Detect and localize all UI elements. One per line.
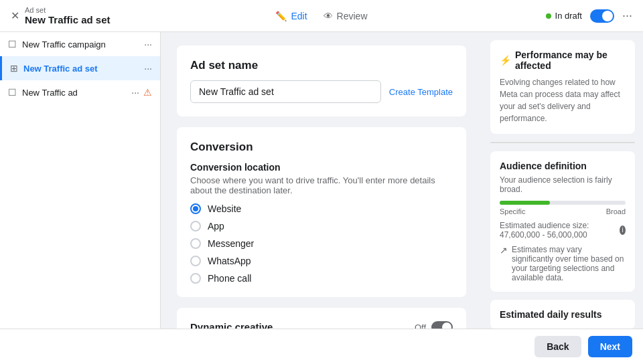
estimate-icon: ↗ xyxy=(500,245,508,256)
page-title: New Traffic ad set xyxy=(25,14,111,25)
conversion-radio-group: Website App Messenger WhatsApp xyxy=(190,203,453,284)
radio-label-website: Website xyxy=(208,203,241,214)
conversion-location-label: Conversion location xyxy=(190,162,453,173)
radio-label-phone: Phone call xyxy=(208,273,251,284)
spectrum-broad-label: Broad xyxy=(606,207,626,215)
more-options-button[interactable]: ··· xyxy=(622,9,632,23)
sidebar: ☐ New Traffic campaign ··· ⊞ New Traffic… xyxy=(0,32,161,329)
draft-toggle[interactable] xyxy=(590,9,614,23)
performance-title: ⚡ Performance may be affected xyxy=(500,50,626,71)
radio-circle-app xyxy=(190,221,201,232)
ad-icon: ☐ xyxy=(8,87,17,98)
sidebar-label-ad: New Traffic ad xyxy=(22,88,78,98)
conversion-location-section: Conversion location Choose where you wan… xyxy=(190,162,453,284)
adset-icon: ⊞ xyxy=(10,63,18,74)
audience-definition-card: Audience definition Your audience select… xyxy=(490,151,635,292)
review-button[interactable]: 👁 Review xyxy=(324,11,368,21)
status-badge: In draft xyxy=(546,11,582,21)
dynamic-creative-header: Dynamic creative Off xyxy=(190,321,453,329)
estimated-daily-card: Estimated daily results xyxy=(490,300,635,329)
page-container: ✕ Ad set New Traffic ad set ✏️ Edit 👁 Re… xyxy=(0,0,643,364)
campaign-icon: ☐ xyxy=(8,39,17,50)
campaign-more-button[interactable]: ··· xyxy=(144,39,152,50)
radio-app[interactable]: App xyxy=(190,221,453,232)
adset-name-title: Ad set name xyxy=(190,59,453,72)
audience-desc: Your audience selection is fairly broad. xyxy=(500,175,626,194)
topbar-center: ✏️ Edit 👁 Review xyxy=(275,11,367,21)
ad-more-button[interactable]: ··· xyxy=(131,87,139,98)
topbar-right: In draft ··· xyxy=(546,9,632,23)
topbar-info: Ad set New Traffic ad set xyxy=(25,6,111,25)
close-button[interactable]: ✕ xyxy=(11,9,19,22)
adset-name-input[interactable] xyxy=(190,80,381,103)
dynamic-creative-toggle[interactable] xyxy=(431,321,453,329)
conversion-desc: Choose where you want to drive traffic. … xyxy=(190,175,453,195)
adset-name-card: Ad set name Create Template xyxy=(177,46,466,116)
pencil-icon: ✏️ xyxy=(275,11,287,21)
spectrum-bar xyxy=(500,201,626,205)
radio-label-app: App xyxy=(208,221,224,232)
back-button[interactable]: Back xyxy=(534,336,581,357)
radio-whatsapp[interactable]: WhatsApp xyxy=(190,256,453,266)
spectrum-labels: Specific Broad xyxy=(500,207,626,215)
radio-circle-messenger xyxy=(190,238,201,249)
edit-button[interactable]: ✏️ Edit xyxy=(275,11,307,21)
eprivacy-card: ePrivacy Directive ▲ We've updated our p… xyxy=(490,142,635,143)
eprivacy-header[interactable]: ePrivacy Directive ▲ xyxy=(491,143,634,143)
sidebar-label-adset: New Traffic ad set xyxy=(23,64,98,74)
sidebar-item-ad[interactable]: ☐ New Traffic ad ··· ⚠ xyxy=(0,80,160,104)
estimate-row: ↗ Estimates may vary significantly over … xyxy=(500,245,626,282)
dynamic-creative-title: Dynamic creative xyxy=(190,321,273,329)
sidebar-label-campaign: New Traffic campaign xyxy=(22,39,106,50)
radio-label-messenger: Messenger xyxy=(208,238,254,249)
main-content: Ad set name Create Template Conversion C… xyxy=(161,32,482,329)
performance-card: ⚡ Performance may be affected Evolving c… xyxy=(490,40,635,134)
audience-size: Estimated audience size: 47,600,000 - 56… xyxy=(500,221,626,240)
radio-website[interactable]: Website xyxy=(190,203,453,214)
radio-label-whatsapp: WhatsApp xyxy=(208,256,251,266)
ad-set-label: Ad set xyxy=(25,6,111,14)
topbar-left: ✕ Ad set New Traffic ad set xyxy=(11,6,111,25)
adset-name-input-row: Create Template xyxy=(190,80,453,103)
conversion-title: Conversion xyxy=(190,141,453,154)
warning-icon: ⚠ xyxy=(143,87,152,98)
create-template-button[interactable]: Create Template xyxy=(389,87,453,97)
sidebar-item-campaign[interactable]: ☐ New Traffic campaign ··· xyxy=(0,32,160,56)
radio-circle-whatsapp xyxy=(190,256,201,266)
performance-desc: Evolving changes related to how Meta can… xyxy=(500,76,626,124)
topbar: ✕ Ad set New Traffic ad set ✏️ Edit 👁 Re… xyxy=(0,0,643,32)
adset-more-button[interactable]: ··· xyxy=(144,63,152,74)
right-panel: ⚡ Performance may be affected Evolving c… xyxy=(482,32,643,329)
radio-circle-website xyxy=(190,203,201,214)
lightning-icon: ⚡ xyxy=(500,55,511,66)
footer: Back Next xyxy=(0,329,643,364)
dynamic-creative-card: Dynamic creative Off Provide creative el… xyxy=(177,308,466,329)
sidebar-item-adset[interactable]: ⊞ New Traffic ad set ··· xyxy=(0,56,160,80)
eye-icon: 👁 xyxy=(324,11,333,21)
radio-messenger[interactable]: Messenger xyxy=(190,238,453,249)
dynamic-creative-toggle-row: Off xyxy=(415,321,453,329)
radio-phone[interactable]: Phone call xyxy=(190,273,453,284)
next-button[interactable]: Next xyxy=(588,336,632,357)
content-area: ☐ New Traffic campaign ··· ⊞ New Traffic… xyxy=(0,32,643,329)
conversion-card: Conversion Conversion location Choose wh… xyxy=(177,127,466,297)
radio-circle-phone xyxy=(190,273,201,284)
spectrum-fill xyxy=(500,201,550,205)
estimate-note: Estimates may vary significantly over ti… xyxy=(512,245,626,282)
audience-info-icon[interactable]: i xyxy=(620,225,626,235)
status-dot xyxy=(546,13,551,19)
audience-definition-title: Audience definition xyxy=(500,161,626,171)
toggle-off-label: Off xyxy=(415,323,426,329)
estimated-daily-title: Estimated daily results xyxy=(500,309,626,320)
spectrum-specific-label: Specific xyxy=(500,207,526,215)
